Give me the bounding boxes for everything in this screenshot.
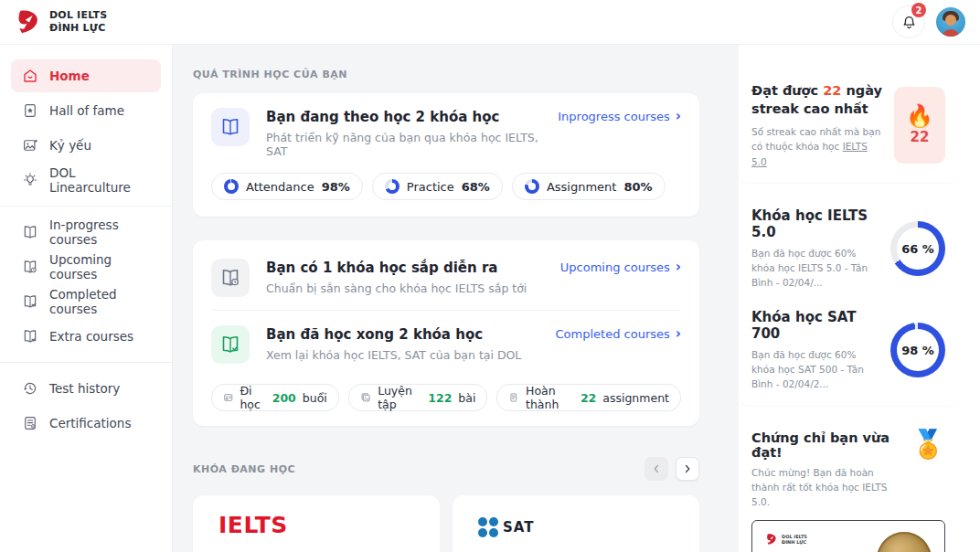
certificate-doc-icon (22, 415, 38, 431)
progress-course-title: Khóa học IELTS 5.0 (751, 207, 881, 240)
sidebar-item-hall-of-fame[interactable]: Hall of fame (11, 94, 161, 127)
progress-course-subtitle: Bạn đã học được 60% khóa học IELTS 5.0 -… (751, 246, 881, 291)
streak-count-inline: 22 (823, 83, 841, 98)
brand-logo-text: DOL IELTS ĐÌNH LỰC (49, 9, 107, 35)
ielts-logo: IELTS (218, 512, 414, 538)
sidebar-item-home[interactable]: Home (11, 59, 161, 92)
progress-course-subtitle: Bạn đã học được 60% khóa học SAT 500 - T… (751, 347, 881, 392)
stat-value: 200 (272, 391, 296, 405)
chevron-right-icon: › (676, 327, 681, 341)
sat-progress-donut: 98 % (890, 323, 945, 377)
sidebar-item-ky-yeu[interactable]: Kỷ yếu (11, 129, 161, 162)
dol-logo-icon (15, 8, 42, 36)
stat-unit: bài (458, 391, 475, 405)
document-icon (508, 390, 519, 405)
stat-value: 22 (581, 391, 596, 405)
top-actions: 2 (892, 5, 965, 38)
stacked-photos-icon (360, 390, 371, 405)
course-cards-row: IELTS IELTS 5.0 - Tân Bình - 02/04/2022 … (193, 495, 699, 552)
user-avatar[interactable] (936, 7, 965, 37)
completed-courses-link-label: Completed courses (556, 327, 670, 341)
brand-line2: ĐÌNH LỰC (49, 22, 107, 35)
page-body: Home Hall of fame Kỷ yếu DOL Linearcultu… (0, 44, 980, 552)
home-icon (22, 68, 38, 84)
lightbulb-icon (22, 172, 38, 188)
open-book-icon (219, 116, 241, 138)
sidebar-item-label: Home (49, 69, 90, 83)
main-content: QUÁ TRÌNH HỌC CỦA BẠN Bạn đang theo học … (173, 45, 739, 552)
sidebar-divider (0, 206, 172, 207)
streak-fire-box: 🔥 22 (894, 87, 945, 164)
sidebar-item-dol-linearculture[interactable]: DOL Linearculture (11, 164, 161, 196)
practice-label: Practice (407, 180, 454, 194)
inprogress-card-title: Bạn đang theo học 2 khóa học (266, 109, 541, 125)
completed-card-title: Bạn đã học xong 2 khóa học (266, 326, 539, 343)
sidebar-item-inprogress-courses[interactable]: In-progress courses (11, 216, 161, 249)
chevron-right-icon: › (676, 110, 681, 123)
brand-line1: DOL IELTS (49, 9, 107, 22)
stat-unit: buổi (303, 391, 327, 405)
ielts-progress-donut: 66 % (890, 221, 945, 276)
medal-icon: 🏅 (911, 430, 945, 510)
sidebar-item-label: Kỷ yếu (49, 138, 91, 153)
completed-stats: Đi học 200 buổi Luyện tập 122 bài Hoàn t… (211, 384, 681, 411)
attendance-value: 98% (322, 180, 350, 194)
sidebar-item-label: Certifications (49, 416, 131, 430)
inprogress-courses-link-label: Inprogress courses (558, 110, 670, 123)
progress-course-title: Khóa học SAT 700 (751, 309, 881, 342)
fire-icon: 🔥 (906, 105, 933, 127)
sidebar-item-label: Hall of fame (49, 103, 124, 118)
stat-label: Hoàn thành (526, 384, 574, 411)
upcoming-row: Bạn có 1 khóa học sắp diễn ra Chuẩn bị s… (193, 244, 699, 310)
notification-count-badge: 2 (911, 3, 926, 17)
sat-logo: SAT (478, 512, 674, 543)
upcoming-courses-link[interactable]: Upcoming courses › (560, 259, 681, 274)
carousel-next-button[interactable] (676, 457, 699, 481)
upcoming-card-subtitle: Chuẩn bị sẵn sàng cho khóa học IELTS sắp… (266, 281, 544, 295)
streak-card: Đạt được 22 ngày streak cao nhất Số stre… (739, 69, 958, 183)
sat-logo-text: SAT (503, 519, 534, 536)
current-courses-header: KHÓA ĐANG HỌC (193, 457, 699, 481)
sidebar-item-label: DOL Linearculture (49, 165, 150, 195)
sidebar-item-certifications[interactable]: Certifications (11, 407, 161, 440)
streak-subtitle: Số streak cao nhất mà bạn có thuộc khóa … (751, 124, 885, 169)
inprogress-card-subtitle: Phát triển kỹ năng của bạn qua khóa học … (266, 131, 541, 158)
inprogress-courses-link[interactable]: Inprogress courses › (558, 108, 681, 123)
avatar-shirt (942, 29, 960, 37)
course-card-sat[interactable]: SAT SAT - Tân Bình - 02/04/2022 - 14:30 … (453, 495, 699, 552)
sidebar-item-label: Completed courses (49, 287, 150, 316)
ielts-progress-percent: 66 % (901, 242, 934, 256)
brand-logo[interactable]: DOL IELTS ĐÌNH LỰC (15, 8, 107, 36)
chevron-left-icon (650, 462, 663, 475)
practice-exercises-chip: Luyện tập 122 bài (348, 384, 488, 411)
upcoming-courses-link-label: Upcoming courses (560, 260, 670, 274)
notifications-button[interactable]: 2 (892, 5, 925, 38)
attended-sessions-chip: Đi học 200 buổi (211, 384, 339, 411)
assignment-badge: Assignment 80% (512, 173, 666, 200)
course-card-ielts[interactable]: IELTS IELTS 5.0 - Tân Bình - 02/04/2022 … (193, 495, 440, 552)
sidebar-item-test-history[interactable]: Test history (11, 372, 161, 405)
attendance-donut-icon (224, 179, 239, 194)
completed-courses-link[interactable]: Completed courses › (556, 325, 681, 341)
clock-history-icon (22, 380, 38, 397)
stat-value: 122 (428, 391, 452, 405)
sidebar-item-completed-courses[interactable]: Completed courses (11, 285, 161, 318)
carousel-prev-button[interactable] (644, 457, 668, 481)
certificate-title: Chứng chỉ bạn vừa đạt! (751, 430, 904, 460)
chevron-right-icon (681, 462, 694, 475)
dol-logo-icon (765, 533, 778, 546)
avatar-face (945, 15, 956, 26)
chevron-right-icon: › (676, 260, 681, 274)
sidebar-item-extra-courses[interactable]: Extra courses (11, 320, 161, 353)
sidebar-item-upcoming-courses[interactable]: Upcoming courses (11, 250, 161, 283)
sidebar-item-label: Test history (49, 381, 120, 396)
book-check-icon (22, 293, 38, 310)
practice-donut-icon (385, 179, 399, 194)
book-clock-icon (219, 267, 241, 289)
courses-summary-card: Bạn có 1 khóa học sắp diễn ra Chuẩn bị s… (193, 240, 699, 426)
award-card-icon (22, 102, 38, 119)
certificate-preview: DOL IELTS ĐÌNH LỰC LINEAR CERTIFICATE IE… (751, 520, 945, 552)
app-window: DOL IELTS ĐÌNH LỰC 2 Home (0, 0, 980, 552)
upcoming-card-icon-box (211, 259, 250, 297)
assignment-label: Assignment (547, 180, 617, 194)
